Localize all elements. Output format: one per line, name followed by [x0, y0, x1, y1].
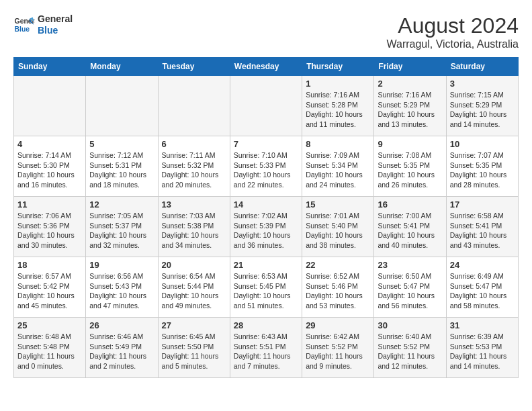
day-number: 25: [17, 320, 82, 330]
calendar-cell: 2Sunrise: 7:16 AM Sunset: 5:29 PM Daylig…: [374, 76, 446, 136]
day-info: Sunrise: 7:11 AM Sunset: 5:32 PM Dayligh…: [162, 150, 226, 190]
day-info: Sunrise: 7:09 AM Sunset: 5:34 PM Dayligh…: [306, 150, 370, 190]
day-number: 24: [450, 260, 515, 270]
day-info: Sunrise: 7:08 AM Sunset: 5:35 PM Dayligh…: [378, 150, 442, 190]
day-info: Sunrise: 7:06 AM Sunset: 5:36 PM Dayligh…: [17, 211, 82, 250]
calendar-cell: 27Sunrise: 6:45 AM Sunset: 5:50 PM Dayli…: [158, 318, 230, 378]
day-number: 20: [162, 260, 226, 270]
logo: General Blue General Blue: [13, 13, 73, 36]
day-number: 3: [450, 79, 515, 89]
svg-text:Blue: Blue: [15, 25, 30, 32]
calendar-header: SundayMondayTuesdayWednesdayThursdayFrid…: [14, 58, 519, 76]
calendar-cell: 16Sunrise: 7:00 AM Sunset: 5:41 PM Dayli…: [374, 197, 446, 257]
calendar-cell: 10Sunrise: 7:07 AM Sunset: 5:35 PM Dayli…: [446, 136, 518, 197]
day-number: 19: [89, 260, 154, 270]
day-number: 4: [17, 139, 82, 149]
calendar-cell: 24Sunrise: 6:49 AM Sunset: 5:47 PM Dayli…: [446, 257, 518, 318]
week-row-2: 4Sunrise: 7:14 AM Sunset: 5:30 PM Daylig…: [14, 136, 519, 197]
header-day-wednesday: Wednesday: [230, 58, 302, 76]
day-info: Sunrise: 6:53 AM Sunset: 5:45 PM Dayligh…: [234, 271, 298, 311]
day-number: 27: [162, 320, 226, 330]
day-number: 8: [306, 139, 370, 149]
day-number: 17: [450, 199, 515, 210]
day-number: 13: [162, 199, 226, 210]
day-info: Sunrise: 6:56 AM Sunset: 5:43 PM Dayligh…: [89, 271, 154, 311]
calendar-table: SundayMondayTuesdayWednesdayThursdayFrid…: [13, 57, 519, 378]
calendar-cell: 12Sunrise: 7:05 AM Sunset: 5:37 PM Dayli…: [86, 197, 158, 257]
calendar-cell: 21Sunrise: 6:53 AM Sunset: 5:45 PM Dayli…: [230, 257, 302, 318]
day-info: Sunrise: 6:58 AM Sunset: 5:41 PM Dayligh…: [450, 211, 515, 250]
logo-text: General Blue: [38, 13, 73, 36]
week-row-1: 1Sunrise: 7:16 AM Sunset: 5:28 PM Daylig…: [14, 76, 519, 136]
day-number: 26: [89, 320, 154, 330]
calendar-cell: 4Sunrise: 7:14 AM Sunset: 5:30 PM Daylig…: [14, 136, 86, 197]
day-number: 9: [378, 139, 442, 149]
calendar-cell: [158, 76, 230, 136]
day-number: 7: [234, 139, 298, 149]
day-number: 21: [234, 260, 298, 270]
week-row-5: 25Sunrise: 6:48 AM Sunset: 5:48 PM Dayli…: [14, 318, 519, 378]
day-number: 22: [306, 260, 370, 270]
calendar-cell: 17Sunrise: 6:58 AM Sunset: 5:41 PM Dayli…: [446, 197, 518, 257]
day-info: Sunrise: 7:14 AM Sunset: 5:30 PM Dayligh…: [17, 150, 82, 190]
header-day-thursday: Thursday: [302, 58, 374, 76]
calendar-cell: 5Sunrise: 7:12 AM Sunset: 5:31 PM Daylig…: [86, 136, 158, 197]
day-info: Sunrise: 7:15 AM Sunset: 5:29 PM Dayligh…: [450, 90, 515, 130]
header-day-monday: Monday: [86, 58, 158, 76]
day-info: Sunrise: 6:48 AM Sunset: 5:48 PM Dayligh…: [17, 332, 82, 371]
calendar-cell: 6Sunrise: 7:11 AM Sunset: 5:32 PM Daylig…: [158, 136, 230, 197]
day-number: 16: [378, 199, 442, 210]
calendar-cell: 11Sunrise: 7:06 AM Sunset: 5:36 PM Dayli…: [14, 197, 86, 257]
calendar-cell: 15Sunrise: 7:01 AM Sunset: 5:40 PM Dayli…: [302, 197, 374, 257]
calendar-cell: 31Sunrise: 6:39 AM Sunset: 5:53 PM Dayli…: [446, 318, 518, 378]
day-info: Sunrise: 6:52 AM Sunset: 5:46 PM Dayligh…: [306, 271, 370, 311]
day-number: 1: [306, 79, 370, 89]
calendar-cell: 28Sunrise: 6:43 AM Sunset: 5:51 PM Dayli…: [230, 318, 302, 378]
day-number: 23: [378, 260, 442, 270]
calendar-cell: 23Sunrise: 6:50 AM Sunset: 5:47 PM Dayli…: [374, 257, 446, 318]
day-number: 2: [378, 79, 442, 89]
day-number: 28: [234, 320, 298, 330]
header-row: SundayMondayTuesdayWednesdayThursdayFrid…: [14, 58, 519, 76]
day-number: 10: [450, 139, 515, 149]
header-day-sunday: Sunday: [14, 58, 86, 76]
day-info: Sunrise: 7:07 AM Sunset: 5:35 PM Dayligh…: [450, 150, 515, 190]
week-row-3: 11Sunrise: 7:06 AM Sunset: 5:36 PM Dayli…: [14, 197, 519, 257]
day-info: Sunrise: 7:05 AM Sunset: 5:37 PM Dayligh…: [89, 211, 154, 250]
calendar-title: August 2024: [386, 13, 519, 38]
calendar-cell: 3Sunrise: 7:15 AM Sunset: 5:29 PM Daylig…: [446, 76, 518, 136]
calendar-cell: 9Sunrise: 7:08 AM Sunset: 5:35 PM Daylig…: [374, 136, 446, 197]
day-number: 12: [89, 199, 154, 210]
calendar-cell: 30Sunrise: 6:40 AM Sunset: 5:52 PM Dayli…: [374, 318, 446, 378]
day-number: 5: [89, 139, 154, 149]
calendar-cell: 25Sunrise: 6:48 AM Sunset: 5:48 PM Dayli…: [14, 318, 86, 378]
day-number: 18: [17, 260, 82, 270]
calendar-cell: 1Sunrise: 7:16 AM Sunset: 5:28 PM Daylig…: [302, 76, 374, 136]
day-info: Sunrise: 6:54 AM Sunset: 5:44 PM Dayligh…: [162, 271, 226, 311]
day-number: 31: [450, 320, 515, 330]
header-day-saturday: Saturday: [446, 58, 518, 76]
calendar-cell: 22Sunrise: 6:52 AM Sunset: 5:46 PM Dayli…: [302, 257, 374, 318]
day-number: 14: [234, 199, 298, 210]
day-info: Sunrise: 7:00 AM Sunset: 5:41 PM Dayligh…: [378, 211, 442, 250]
day-info: Sunrise: 6:45 AM Sunset: 5:50 PM Dayligh…: [162, 332, 226, 371]
page-header: General Blue General Blue August 2024 Wa…: [13, 13, 519, 50]
calendar-cell: 26Sunrise: 6:46 AM Sunset: 5:49 PM Dayli…: [86, 318, 158, 378]
calendar-subtitle: Warragul, Victoria, Australia: [386, 38, 519, 50]
day-number: 6: [162, 139, 226, 149]
day-info: Sunrise: 7:02 AM Sunset: 5:39 PM Dayligh…: [234, 211, 298, 250]
title-block: August 2024 Warragul, Victoria, Australi…: [386, 13, 519, 50]
day-info: Sunrise: 6:50 AM Sunset: 5:47 PM Dayligh…: [378, 271, 442, 311]
day-info: Sunrise: 6:40 AM Sunset: 5:52 PM Dayligh…: [378, 332, 442, 371]
day-info: Sunrise: 6:39 AM Sunset: 5:53 PM Dayligh…: [450, 332, 515, 371]
day-info: Sunrise: 7:16 AM Sunset: 5:28 PM Dayligh…: [306, 90, 370, 130]
day-info: Sunrise: 7:12 AM Sunset: 5:31 PM Dayligh…: [89, 150, 154, 190]
day-info: Sunrise: 6:46 AM Sunset: 5:49 PM Dayligh…: [89, 332, 154, 371]
calendar-cell: 19Sunrise: 6:56 AM Sunset: 5:43 PM Dayli…: [86, 257, 158, 318]
day-number: 30: [378, 320, 442, 330]
day-number: 15: [306, 199, 370, 210]
day-info: Sunrise: 6:49 AM Sunset: 5:47 PM Dayligh…: [450, 271, 515, 311]
calendar-body: 1Sunrise: 7:16 AM Sunset: 5:28 PM Daylig…: [14, 76, 519, 378]
calendar-cell: 14Sunrise: 7:02 AM Sunset: 5:39 PM Dayli…: [230, 197, 302, 257]
day-number: 11: [17, 199, 82, 210]
